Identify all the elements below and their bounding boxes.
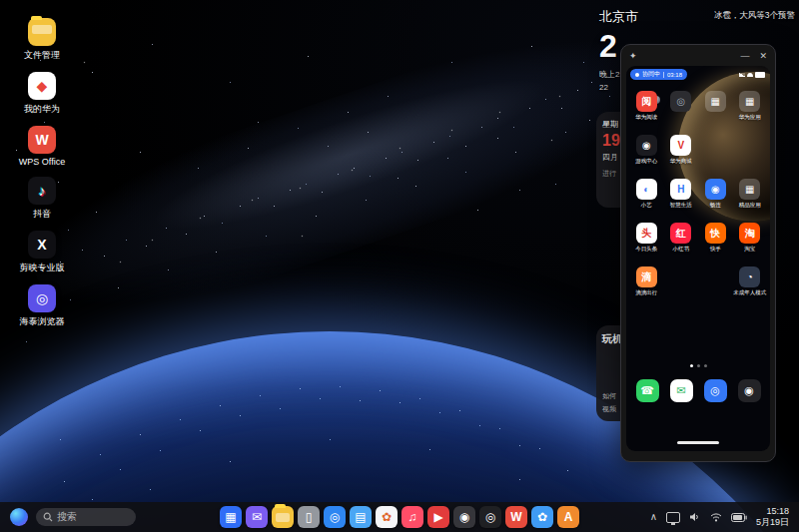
app-label: 智慧生活 xyxy=(670,202,692,209)
volume-icon[interactable] xyxy=(689,512,701,522)
app-label: 淘宝 xyxy=(744,246,755,253)
phone-app[interactable]: ◎ xyxy=(670,91,691,122)
folder-icon: ▦ xyxy=(739,91,760,112)
app-icon: ◉ xyxy=(705,179,726,200)
app-label: 小红书 xyxy=(673,246,690,253)
phone-window-titlebar[interactable]: ✦ — ✕ xyxy=(621,45,775,66)
phone-app-game-center[interactable]: ◉游戏中心 xyxy=(635,135,657,166)
phone-dock-camera[interactable]: ◉ xyxy=(738,379,761,402)
desktop-icon-label: 我的华为 xyxy=(24,103,60,116)
phone-dock: ☎ ✉ ◎ ◉ xyxy=(630,379,766,402)
tray-expand-icon[interactable]: ∧ xyxy=(650,512,657,522)
dock-app-market[interactable]: A xyxy=(557,506,579,528)
phone-app-celia[interactable]: ◐小艺 xyxy=(636,179,657,210)
phone-app-taobao[interactable]: 淘淘宝 xyxy=(739,223,760,254)
phone-dock-browser[interactable]: ◎ xyxy=(704,379,727,402)
app-icon: H xyxy=(670,179,691,200)
dock-recycle-bin[interactable]: ▯ xyxy=(298,506,320,528)
app-icon: 红 xyxy=(670,223,691,244)
search-input[interactable]: 搜索 xyxy=(36,508,136,526)
signal-icon xyxy=(739,73,745,77)
desktop-icon-label: 抖音 xyxy=(33,208,51,221)
app-icon: 滴 xyxy=(636,266,657,287)
app-icon: 淘 xyxy=(739,223,760,244)
home-indicator[interactable] xyxy=(677,441,719,444)
page-indicator xyxy=(626,364,770,367)
desktop-icon-file-manager[interactable]: 文件管理 xyxy=(10,18,74,62)
dock-game-center[interactable]: ◉ xyxy=(453,506,475,528)
system-tray: ∧ 15:18 5月19日 xyxy=(650,506,789,528)
phone-app-xiaohongshu[interactable]: 红小红书 xyxy=(670,223,691,254)
collaboration-badge[interactable]: 协同中 03:18 xyxy=(630,69,687,80)
phone-app-didi[interactable]: 滴滴滴出行 xyxy=(635,266,657,297)
dock-wps-office[interactable]: W xyxy=(505,506,527,528)
folder-icon: ▦ xyxy=(739,179,760,200)
app-label: 华为应用 xyxy=(739,114,761,121)
projection-icon[interactable] xyxy=(666,512,680,523)
phone-app-grid: 阅华为阅读 ◎ ▦ ▦华为应用 ◉游戏中心 V华为商城 ◐小艺 H智慧生活 ◉畅… xyxy=(629,91,767,297)
dock-music[interactable]: ♫ xyxy=(401,506,423,528)
phone-folder-featured-apps[interactable]: ▦精品应用 xyxy=(739,179,761,210)
phone-folder-huawei-apps[interactable]: ▦华为应用 xyxy=(739,91,761,122)
desktop-icon-douyin[interactable]: ♪ 抖音 xyxy=(10,177,74,221)
phone-app-minor-mode[interactable]: ◔未成年人模式 xyxy=(733,266,766,297)
phone-dock-messages[interactable]: ✉ xyxy=(670,379,693,402)
wifi-icon xyxy=(747,73,753,77)
dock-appgallery[interactable]: ▦ xyxy=(220,506,242,528)
tray-clock[interactable]: 15:18 5月19日 xyxy=(756,506,789,528)
phone-app-huawei-reader[interactable]: 阅华为阅读 xyxy=(635,91,657,122)
phone-app-kuaishou[interactable]: 快快手 xyxy=(705,223,726,254)
dock-calendar[interactable]: ▤ xyxy=(350,506,372,528)
phone-grid-empty-cell xyxy=(705,266,726,297)
desktop-icon-haitai-browser[interactable]: ◎ 海泰浏览器 xyxy=(10,284,74,328)
minimize-button[interactable]: — xyxy=(740,51,749,61)
app-icon: 阅 xyxy=(636,91,657,112)
wps-icon: W xyxy=(28,126,56,154)
collaboration-label: 协同中 xyxy=(642,70,660,79)
app-icon: ◎ xyxy=(670,91,691,112)
app-label: 快手 xyxy=(710,246,721,253)
pin-icon[interactable]: ✦ xyxy=(629,51,637,61)
phone-grid-empty-cell xyxy=(670,266,691,297)
empty xyxy=(739,135,760,156)
app-label: 游戏中心 xyxy=(635,158,657,165)
phone-app-toutiao[interactable]: 头今日头条 xyxy=(635,223,657,254)
phone-app-smart-life[interactable]: H智慧生活 xyxy=(670,179,692,210)
search-icon xyxy=(43,512,53,522)
app-icon: 头 xyxy=(636,223,657,244)
phone-dock-phone[interactable]: ☎ xyxy=(636,379,659,402)
desktop-icon-label: 剪映专业版 xyxy=(20,262,65,274)
dock-huawei-video[interactable]: ▶ xyxy=(427,506,449,528)
app-label: 精品应用 xyxy=(739,202,761,209)
phone-status-bar: 协同中 03:18 xyxy=(630,69,765,80)
phone-folder[interactable]: ▦ xyxy=(705,91,726,122)
folder-icon xyxy=(28,18,56,46)
phone-status-time: 03:18 xyxy=(667,72,682,78)
app-label: 未成年人模式 xyxy=(733,289,766,296)
capcut-icon: X xyxy=(28,231,56,259)
tray-date: 5月19日 xyxy=(756,517,789,528)
search-placeholder: 搜索 xyxy=(57,510,77,524)
badge-divider xyxy=(663,72,664,78)
desktop-icon-wps-office[interactable]: W WPS Office xyxy=(10,126,74,167)
phone-app-vmall[interactable]: V华为商城 xyxy=(670,135,692,166)
city-lights-layer xyxy=(0,0,1,1)
my-huawei-icon: ◆ xyxy=(28,72,56,100)
desktop-icon-my-huawei[interactable]: ◆ 我的华为 xyxy=(10,72,74,116)
dock-camera[interactable]: ◎ xyxy=(479,506,501,528)
app-label: 华为商城 xyxy=(670,158,692,165)
desktop-icon-jianying[interactable]: X 剪映专业版 xyxy=(10,231,74,274)
wifi-icon[interactable] xyxy=(710,512,722,522)
assistant-button[interactable] xyxy=(10,508,28,526)
close-button[interactable]: ✕ xyxy=(759,51,767,61)
empty xyxy=(705,266,726,287)
phone-app-meetime[interactable]: ◉畅连 xyxy=(705,179,726,210)
weather-city: 北京市 xyxy=(599,8,638,26)
dock-email[interactable]: ✉ xyxy=(246,506,268,528)
app-icon: ◐ xyxy=(636,179,657,200)
dock-file-manager[interactable] xyxy=(272,506,294,528)
battery-icon[interactable] xyxy=(731,513,747,522)
dock-petal-maps[interactable]: ✿ xyxy=(531,506,553,528)
dock-browser[interactable]: ◎ xyxy=(324,506,346,528)
dock-gallery[interactable]: ✿ xyxy=(376,506,398,528)
